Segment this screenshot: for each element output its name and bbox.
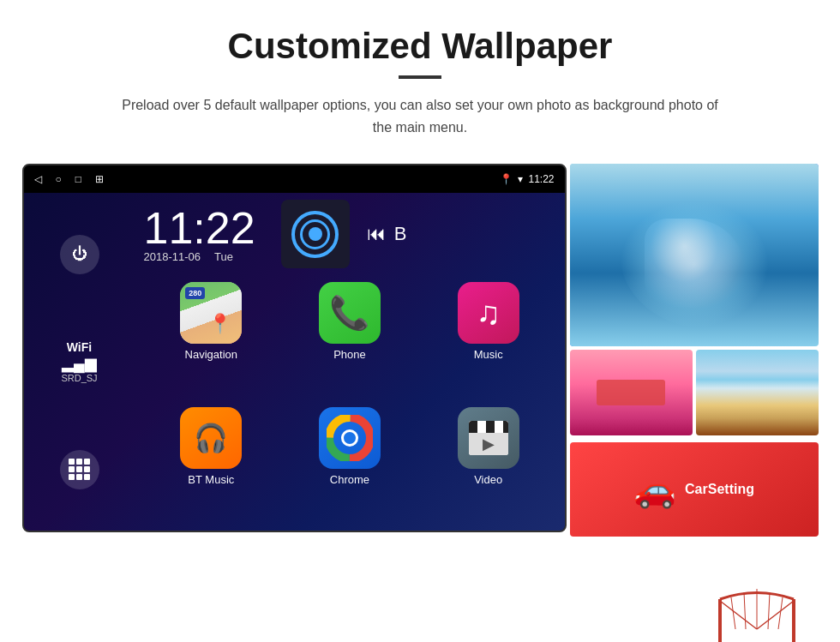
chrome-ring — [327, 415, 373, 461]
antenna-ring — [300, 219, 330, 249]
wifi-app-icon[interactable] — [281, 200, 350, 268]
nav-buttons: ◁ ○ □ ⊞ — [34, 173, 105, 185]
content-area: ◁ ○ □ ⊞ 📍 ▾ 11:22 ⏻ WiFi ▂▄▆ SRD_SJ — [34, 164, 806, 537]
navigation-icon: 280 📍 — [180, 282, 242, 344]
phone-icon: 📞 — [319, 282, 381, 344]
status-indicators: 📍 ▾ 11:22 — [500, 173, 554, 185]
video-icon: ▶ — [458, 407, 519, 469]
day-value: Tue — [214, 250, 233, 263]
wifi-info: WiFi ▂▄▆ SRD_SJ — [61, 340, 97, 383]
carsetting-tile[interactable]: 🚗 CarSetting — [570, 442, 819, 537]
app-grid: 280 📍 Navigation 📞 Phone — [135, 275, 565, 531]
headphones-symbol: 🎧 — [194, 422, 228, 454]
next-track-indicator: B — [394, 223, 407, 245]
clapboard-top — [469, 421, 508, 433]
grid-dot — [76, 474, 82, 480]
location-icon: 📍 — [500, 173, 513, 185]
svg-point-4 — [344, 432, 356, 444]
pink-shape — [597, 380, 665, 405]
music-symbol: ♫ — [476, 295, 501, 332]
app-item-music[interactable]: ♫ Music — [424, 282, 553, 397]
grid-dot — [84, 459, 90, 465]
clapboard-body: ▶ — [469, 433, 508, 455]
page-description: Preload over 5 default wallpaper options… — [111, 94, 729, 138]
home-button[interactable]: ○ — [56, 173, 62, 185]
app-item-video[interactable]: ▶ Video — [424, 407, 553, 522]
status-bar: ◁ ○ □ ⊞ 📍 ▾ 11:22 — [24, 165, 565, 193]
back-button[interactable]: ◁ — [34, 173, 42, 185]
grid-button[interactable] — [60, 450, 99, 489]
wallpaper-preview-ice[interactable] — [570, 164, 819, 346]
navigation-label: Navigation — [185, 348, 237, 361]
recent-button[interactable]: □ — [75, 173, 81, 185]
ice-background — [570, 164, 819, 346]
wallpaper-bottom-row — [570, 350, 819, 435]
phone-label: Phone — [333, 348, 366, 361]
bt-music-icon: 🎧 — [180, 407, 242, 469]
left-sidebar: ⏻ WiFi ▂▄▆ SRD_SJ — [24, 193, 135, 531]
video-label: Video — [474, 473, 502, 486]
car-icon: 🚗 — [633, 470, 676, 510]
prev-track-button[interactable]: ⏮ — [367, 223, 386, 245]
phone-symbol: 📞 — [329, 294, 369, 332]
app-item-btmusic[interactable]: 🎧 BT Music — [147, 407, 276, 522]
app-item-chrome[interactable]: Chrome — [285, 407, 414, 522]
wallpaper-previews: 🚗 CarSetting — [570, 164, 819, 537]
bridge-wall-bg — [696, 350, 819, 435]
clock-block: 11:22 2018-11-06 Tue — [144, 206, 255, 263]
wifi-label: WiFi — [61, 340, 97, 354]
screenshot-button[interactable]: ⊞ — [95, 173, 104, 185]
pink-wall-bg — [570, 350, 693, 435]
clapboard-text: ▶ — [483, 435, 495, 453]
device-frame: ◁ ○ □ ⊞ 📍 ▾ 11:22 ⏻ WiFi ▂▄▆ SRD_SJ — [22, 164, 567, 532]
main-area: 11:22 2018-11-06 Tue — [135, 193, 565, 531]
btmusic-label: BT Music — [188, 473, 234, 486]
clapboard-icon: ▶ — [469, 421, 508, 455]
grid-icon — [69, 459, 90, 480]
clock-time: 11:22 — [144, 206, 255, 250]
nav-badge: 280 — [185, 287, 205, 299]
music-label: Music — [474, 348, 503, 361]
carsetting-container: 🚗 CarSetting — [570, 442, 819, 537]
chrome-label: Chrome — [330, 473, 369, 486]
nav-pin-icon: 📍 — [208, 313, 231, 335]
media-controls: ⏮ B — [367, 223, 407, 245]
clock-row: 11:22 2018-11-06 Tue — [135, 193, 565, 275]
wifi-icon: ▾ — [518, 173, 523, 185]
antenna-icon — [291, 211, 339, 258]
date-value: 2018-11-06 — [144, 250, 201, 263]
music-icon: ♫ — [458, 282, 519, 344]
carsetting-label: CarSetting — [685, 482, 754, 497]
grid-dot — [84, 474, 90, 480]
chrome-icon — [319, 407, 381, 469]
grid-dot — [84, 466, 90, 472]
clock-date: 2018-11-06 Tue — [144, 250, 255, 263]
power-button[interactable]: ⏻ — [60, 235, 99, 274]
wallpaper-preview-bridge[interactable] — [696, 350, 819, 435]
title-divider — [399, 75, 441, 79]
wifi-bars-icon: ▂▄▆ — [61, 354, 97, 373]
grid-dot — [69, 459, 75, 465]
page-title: Customized Wallpaper — [228, 26, 613, 67]
status-time: 11:22 — [528, 173, 554, 185]
chrome-svg — [327, 415, 373, 461]
grid-dot — [69, 474, 75, 480]
wifi-ssid: SRD_SJ — [61, 373, 97, 383]
screen-content: ⏻ WiFi ▂▄▆ SRD_SJ — [24, 193, 565, 531]
grid-dot — [69, 466, 75, 472]
grid-dot — [76, 459, 82, 465]
app-item-phone[interactable]: 📞 Phone — [285, 282, 414, 397]
app-item-navigation[interactable]: 280 📍 Navigation — [147, 282, 276, 397]
grid-dot — [76, 466, 82, 472]
wallpaper-preview-pink[interactable] — [570, 350, 693, 435]
